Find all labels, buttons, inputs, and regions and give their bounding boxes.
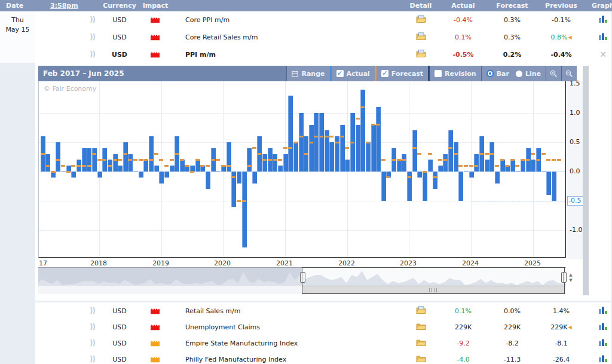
graph-icon[interactable] [598,306,608,314]
event-title[interactable]: Empire State Manufacturing Index [185,339,298,347]
actual-bar [139,172,143,178]
graph-icon[interactable] [598,338,608,346]
audio-alert-icon[interactable]: )) [90,323,95,331]
forecast-dash [350,142,354,143]
impact-icon [151,51,160,57]
graph-icon[interactable] [598,32,608,40]
audio-alert-icon[interactable]: )) [90,339,95,347]
spinner-up-icon[interactable]: ▲ [567,273,574,278]
folder-open-document-icon [416,32,426,40]
navigator-selection-window[interactable] [302,267,565,294]
event-title[interactable]: PPI m/m [185,50,216,58]
forecast-dash [154,153,158,155]
actual-bar [143,160,148,172]
detail-folder-button[interactable] [408,32,433,42]
forecast-dash [195,159,200,161]
forecast-dash [407,176,411,178]
navigator-left-handle[interactable] [300,272,305,283]
event-row: ))USDCore Retail Sales m/m 0.1%0.3%0.8%◀ [35,29,611,46]
audio-alert-icon[interactable]: )) [90,307,95,315]
actual-bar [133,172,138,172]
col-header-graph: Graph [592,2,612,10]
forecast-dash [242,200,246,202]
detail-folder-button[interactable] [408,354,433,364]
actual-bar [97,172,102,178]
y-axis: 1.51.00.50.0-1.0-0.5 [567,81,583,259]
actual-bar [366,142,371,172]
forecast-dash [397,159,401,161]
audio-alert-icon[interactable]: )) [90,33,95,41]
actual-bar [423,172,427,201]
spinner-down-icon[interactable]: ▼ [567,278,574,283]
forecast-dash [356,118,360,120]
open-graph-button[interactable] [593,354,612,364]
forecast-dash [170,159,174,161]
event-title[interactable]: Unemployment Claims [185,323,260,331]
actual-bar [242,172,247,247]
detail-folder-button[interactable] [408,50,433,59]
open-graph-button[interactable] [593,32,612,42]
close-icon[interactable]: ✕ [599,50,607,59]
y-tick-label: 1.5 [570,79,580,87]
impact-icon [151,17,160,23]
actual-bar [515,172,520,172]
actual-bar [433,172,437,189]
checkbox-checked-icon[interactable]: ✓ [381,70,388,77]
forecast-value: 229K [495,323,530,331]
forecast-dash [526,159,530,161]
actual-bar [454,142,458,172]
current-time-link[interactable]: 3:58pm [50,2,78,10]
actual-bar [485,160,489,172]
actual-bar [299,113,304,172]
open-graph-button[interactable] [593,15,612,25]
forecast-dash [66,171,71,173]
toggle-revision[interactable]: Revision [430,66,481,81]
event-row: ))USDRetail Sales m/m 0.1%0.0%1.4% [35,302,611,319]
zoom-in-button[interactable] [546,66,561,81]
forecast-dash [417,153,421,155]
radio-line-icon[interactable] [516,71,522,77]
detail-folder-button[interactable] [408,306,433,316]
open-graph-button[interactable] [593,306,612,316]
detail-folder-button[interactable] [408,15,433,25]
forecast-dash [200,165,204,167]
audio-alert-icon[interactable]: )) [90,16,95,24]
actual-bar [531,160,536,172]
event-title[interactable]: Philly Fed Manufacturing Index [185,355,286,363]
toggle-actual[interactable]: ✓Actual [332,66,375,81]
event-title[interactable]: Retail Sales m/m [185,307,241,314]
forecast-dash [175,153,179,155]
forecast-dash [500,159,504,161]
audio-alert-icon[interactable]: )) [90,355,95,363]
audio-alert-icon[interactable]: )) [90,50,95,59]
forecast-dash [458,165,463,167]
navigator-spinner[interactable]: ▲ ▼ [567,273,574,285]
detail-folder-button[interactable] [408,322,433,332]
graph-icon[interactable] [598,15,608,23]
range-button[interactable]: Range [287,66,329,81]
forecast-dash [366,142,370,143]
navigator-right-handle[interactable] [561,272,567,283]
radio-bar-icon[interactable] [486,70,494,77]
event-title[interactable]: Core Retail Sales m/m [185,33,258,41]
checkbox-unchecked-icon[interactable] [434,70,442,77]
open-graph-button[interactable] [593,338,612,348]
mode-bar[interactable]: Bar [497,70,509,78]
graph-icon[interactable] [598,354,608,362]
open-graph-button[interactable] [593,322,612,332]
checkbox-checked-icon[interactable]: ✓ [336,70,344,77]
forecast-dash [293,142,298,143]
actual-bar [180,160,185,172]
close-graph-button[interactable]: ✕ [593,50,612,59]
event-title[interactable]: Core PPI m/m [185,16,230,24]
folder-icon [416,322,426,330]
mode-line[interactable]: Line [525,70,541,78]
calendar-icon [292,71,298,77]
forecast-dash [479,153,484,155]
detail-folder-button[interactable] [408,338,433,348]
forecast-dash [557,159,561,161]
forecast-dash [283,147,287,149]
actual-value: -0.4% [445,16,481,24]
toggle-forecast[interactable]: ✓Forecast [377,66,428,81]
graph-icon[interactable] [598,322,608,330]
